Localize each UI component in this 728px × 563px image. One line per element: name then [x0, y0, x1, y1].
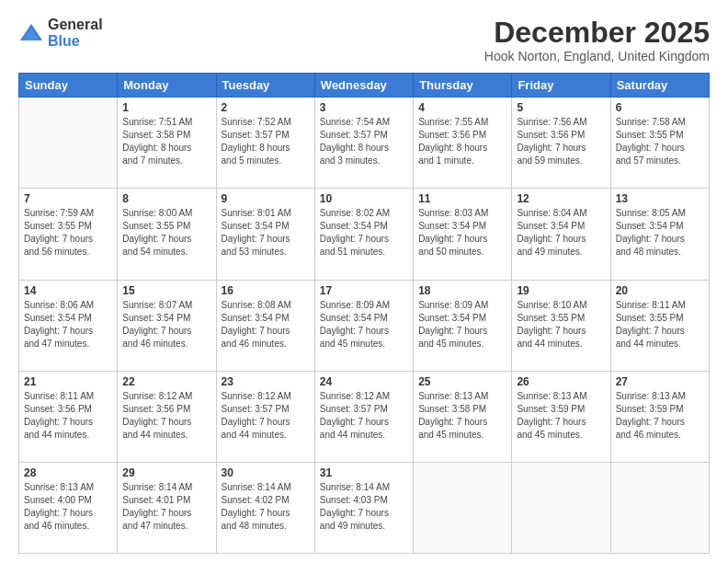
calendar-day-cell	[610, 462, 709, 553]
calendar-day-cell: 2Sunrise: 7:52 AM Sunset: 3:57 PM Daylig…	[216, 98, 314, 189]
day-number: 11	[418, 192, 506, 205]
calendar-day-cell: 10Sunrise: 8:02 AM Sunset: 3:54 PM Dayli…	[314, 189, 413, 280]
day-info: Sunrise: 8:04 AM Sunset: 3:54 PM Dayligh…	[517, 207, 605, 259]
calendar-day-cell: 14Sunrise: 8:06 AM Sunset: 3:54 PM Dayli…	[19, 280, 118, 371]
day-number: 30	[222, 466, 310, 479]
day-info: Sunrise: 8:07 AM Sunset: 3:54 PM Dayligh…	[122, 299, 210, 350]
title-block: December 2025 Hook Norton, England, Unit…	[484, 17, 710, 63]
calendar-weekday-header: Thursday	[414, 74, 512, 98]
calendar-header-row: SundayMondayTuesdayWednesdayThursdayFrid…	[19, 74, 710, 98]
day-info: Sunrise: 8:11 AM Sunset: 3:56 PM Dayligh…	[24, 390, 112, 442]
calendar-day-cell: 25Sunrise: 8:13 AM Sunset: 3:58 PM Dayli…	[414, 371, 512, 462]
day-number: 29	[122, 466, 210, 479]
day-number: 1	[122, 101, 210, 114]
calendar-day-cell: 7Sunrise: 7:59 AM Sunset: 3:55 PM Daylig…	[19, 189, 118, 280]
calendar-day-cell: 9Sunrise: 8:01 AM Sunset: 3:54 PM Daylig…	[216, 189, 314, 280]
calendar-weekday-header: Monday	[118, 74, 216, 98]
calendar-weekday-header: Tuesday	[216, 74, 314, 98]
day-number: 6	[616, 101, 704, 114]
day-number: 13	[616, 192, 704, 205]
day-info: Sunrise: 7:56 AM Sunset: 3:56 PM Dayligh…	[517, 116, 605, 167]
day-info: Sunrise: 8:12 AM Sunset: 3:56 PM Dayligh…	[122, 390, 210, 442]
calendar-day-cell: 23Sunrise: 8:12 AM Sunset: 3:57 PM Dayli…	[216, 371, 314, 462]
day-info: Sunrise: 8:13 AM Sunset: 3:59 PM Dayligh…	[616, 390, 704, 442]
calendar-day-cell: 13Sunrise: 8:05 AM Sunset: 3:54 PM Dayli…	[610, 189, 709, 280]
logo: General Blue	[18, 17, 103, 49]
logo-blue: Blue	[48, 33, 103, 50]
calendar-week-row: 28Sunrise: 8:13 AM Sunset: 4:00 PM Dayli…	[19, 462, 710, 553]
logo-icon	[18, 20, 44, 46]
day-info: Sunrise: 8:00 AM Sunset: 3:55 PM Dayligh…	[122, 207, 210, 259]
day-number: 17	[320, 284, 408, 297]
calendar-day-cell: 1Sunrise: 7:51 AM Sunset: 3:58 PM Daylig…	[118, 98, 216, 189]
day-info: Sunrise: 8:13 AM Sunset: 4:00 PM Dayligh…	[24, 481, 112, 533]
calendar-weekday-header: Friday	[512, 74, 610, 98]
day-info: Sunrise: 8:14 AM Sunset: 4:01 PM Dayligh…	[122, 481, 210, 533]
calendar-day-cell: 29Sunrise: 8:14 AM Sunset: 4:01 PM Dayli…	[118, 462, 216, 553]
calendar-day-cell: 5Sunrise: 7:56 AM Sunset: 3:56 PM Daylig…	[512, 98, 610, 189]
calendar-weekday-header: Sunday	[19, 74, 118, 98]
calendar-day-cell: 16Sunrise: 8:08 AM Sunset: 3:54 PM Dayli…	[216, 280, 314, 371]
calendar-week-row: 7Sunrise: 7:59 AM Sunset: 3:55 PM Daylig…	[19, 189, 710, 280]
calendar-day-cell: 6Sunrise: 7:58 AM Sunset: 3:55 PM Daylig…	[610, 98, 709, 189]
day-info: Sunrise: 8:06 AM Sunset: 3:54 PM Dayligh…	[24, 299, 112, 350]
calendar-day-cell: 15Sunrise: 8:07 AM Sunset: 3:54 PM Dayli…	[118, 280, 216, 371]
calendar-day-cell	[512, 462, 610, 553]
day-info: Sunrise: 7:52 AM Sunset: 3:57 PM Dayligh…	[222, 116, 310, 167]
header: General Blue December 2025 Hook Norton, …	[18, 17, 710, 63]
day-info: Sunrise: 8:12 AM Sunset: 3:57 PM Dayligh…	[222, 390, 310, 442]
logo-general: General	[48, 17, 103, 33]
day-info: Sunrise: 8:01 AM Sunset: 3:54 PM Dayligh…	[222, 207, 310, 259]
calendar-day-cell: 22Sunrise: 8:12 AM Sunset: 3:56 PM Dayli…	[118, 371, 216, 462]
day-info: Sunrise: 7:59 AM Sunset: 3:55 PM Dayligh…	[24, 207, 112, 259]
calendar-day-cell: 18Sunrise: 8:09 AM Sunset: 3:54 PM Dayli…	[414, 280, 512, 371]
day-number: 5	[517, 101, 605, 114]
day-info: Sunrise: 8:14 AM Sunset: 4:03 PM Dayligh…	[320, 481, 408, 533]
day-number: 31	[320, 466, 408, 479]
day-number: 23	[222, 375, 310, 388]
calendar-day-cell: 20Sunrise: 8:11 AM Sunset: 3:55 PM Dayli…	[610, 280, 709, 371]
day-number: 27	[616, 375, 704, 388]
day-info: Sunrise: 8:09 AM Sunset: 3:54 PM Dayligh…	[418, 299, 506, 350]
calendar-day-cell	[414, 462, 512, 553]
day-info: Sunrise: 8:03 AM Sunset: 3:54 PM Dayligh…	[418, 207, 506, 259]
calendar-day-cell: 3Sunrise: 7:54 AM Sunset: 3:57 PM Daylig…	[314, 98, 413, 189]
day-number: 12	[517, 192, 605, 205]
calendar-week-row: 1Sunrise: 7:51 AM Sunset: 3:58 PM Daylig…	[19, 98, 710, 189]
day-number: 4	[418, 101, 506, 114]
day-number: 26	[517, 375, 605, 388]
day-number: 22	[122, 375, 210, 388]
day-number: 3	[320, 101, 408, 114]
calendar-day-cell: 8Sunrise: 8:00 AM Sunset: 3:55 PM Daylig…	[118, 189, 216, 280]
logo-text: General Blue	[48, 17, 103, 49]
calendar-day-cell: 4Sunrise: 7:55 AM Sunset: 3:56 PM Daylig…	[414, 98, 512, 189]
day-number: 16	[222, 284, 310, 297]
day-number: 20	[616, 284, 704, 297]
day-number: 28	[24, 466, 112, 479]
day-number: 2	[222, 101, 310, 114]
location: Hook Norton, England, United Kingdom	[484, 49, 710, 63]
day-info: Sunrise: 7:54 AM Sunset: 3:57 PM Dayligh…	[320, 116, 408, 167]
day-info: Sunrise: 8:11 AM Sunset: 3:55 PM Dayligh…	[616, 299, 704, 350]
calendar-day-cell: 26Sunrise: 8:13 AM Sunset: 3:59 PM Dayli…	[512, 371, 610, 462]
day-number: 7	[24, 192, 112, 205]
day-info: Sunrise: 8:02 AM Sunset: 3:54 PM Dayligh…	[320, 207, 408, 259]
calendar-table: SundayMondayTuesdayWednesdayThursdayFrid…	[18, 73, 710, 554]
day-info: Sunrise: 8:14 AM Sunset: 4:02 PM Dayligh…	[222, 481, 310, 533]
day-info: Sunrise: 7:51 AM Sunset: 3:58 PM Dayligh…	[122, 116, 210, 167]
day-info: Sunrise: 8:12 AM Sunset: 3:57 PM Dayligh…	[320, 390, 408, 442]
day-number: 24	[320, 375, 408, 388]
day-number: 9	[222, 192, 310, 205]
day-info: Sunrise: 7:55 AM Sunset: 3:56 PM Dayligh…	[418, 116, 506, 167]
day-info: Sunrise: 8:09 AM Sunset: 3:54 PM Dayligh…	[320, 299, 408, 350]
day-info: Sunrise: 8:05 AM Sunset: 3:54 PM Dayligh…	[616, 207, 704, 259]
day-number: 8	[122, 192, 210, 205]
page: General Blue December 2025 Hook Norton, …	[0, 0, 728, 563]
day-number: 21	[24, 375, 112, 388]
calendar-weekday-header: Wednesday	[314, 74, 413, 98]
calendar-day-cell: 17Sunrise: 8:09 AM Sunset: 3:54 PM Dayli…	[314, 280, 413, 371]
day-number: 25	[418, 375, 506, 388]
calendar-day-cell: 27Sunrise: 8:13 AM Sunset: 3:59 PM Dayli…	[610, 371, 709, 462]
month-title: December 2025	[484, 17, 710, 49]
calendar-week-row: 14Sunrise: 8:06 AM Sunset: 3:54 PM Dayli…	[19, 280, 710, 371]
